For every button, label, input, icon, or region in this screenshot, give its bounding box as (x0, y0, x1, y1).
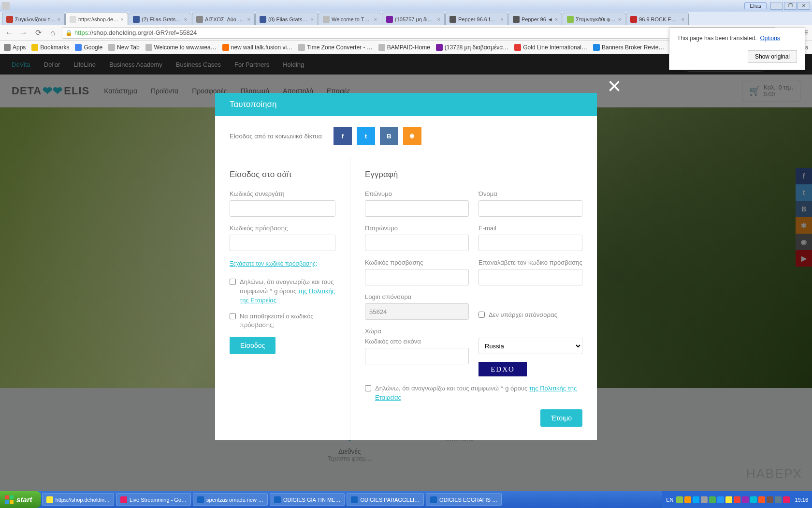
tab-close-icon[interactable]: × (311, 16, 314, 22)
tab-close-icon[interactable]: × (184, 16, 187, 22)
email-input[interactable] (478, 235, 582, 251)
bookmark-favicon (593, 44, 600, 51)
tab-close-icon[interactable]: × (121, 16, 124, 22)
register-agree-checkbox[interactable] (365, 385, 371, 391)
tab-label: Σταμναγκάθι φρ… (576, 16, 616, 22)
twitter-login-button[interactable]: t (357, 127, 375, 145)
browser-tab[interactable]: Welcome to THV…× (319, 13, 381, 25)
tray-lang[interactable]: EN (666, 497, 673, 503)
remember-checkbox[interactable] (230, 313, 236, 319)
taskbar-task[interactable]: https://shop.deholdin… (42, 493, 115, 506)
browser-tab[interactable]: ΑΙΣΧΟΣ! Δύο ρο…× (192, 13, 255, 25)
browser-tab[interactable]: Σταμναγκάθι φρ…× (563, 13, 625, 25)
tray-icon[interactable] (709, 496, 716, 503)
tray-icon[interactable] (758, 496, 765, 503)
tray-icon[interactable] (750, 496, 757, 503)
reg-password-input[interactable] (365, 269, 469, 285)
tab-close-icon[interactable]: × (555, 16, 558, 22)
forward-button[interactable]: → (18, 28, 29, 38)
forgot-password-link[interactable]: Ξεχάσατε τον κωδικό πρόσβασης; (230, 260, 317, 267)
bookmark-item[interactable]: Banners Broker Revie… (593, 44, 664, 51)
favicon (260, 16, 266, 23)
bookmark-item[interactable]: Gold Line International… (514, 44, 587, 51)
translate-options-link[interactable]: Options (760, 35, 780, 42)
bookmark-item[interactable]: Bookmarks (31, 44, 69, 51)
tray-icon[interactable] (725, 496, 732, 503)
surname-input[interactable] (365, 200, 469, 217)
facebook-login-button[interactable]: f (334, 127, 352, 145)
bookmark-item[interactable]: new wall talk.fusion vi… (222, 44, 292, 51)
login-agree-checkbox[interactable] (230, 279, 236, 285)
tray-icon[interactable] (783, 496, 790, 503)
name-input[interactable] (478, 200, 582, 217)
bookmark-item[interactable]: Apps (4, 44, 26, 51)
tab-close-icon[interactable]: × (618, 16, 621, 22)
bookmark-item[interactable]: New Tab (108, 44, 139, 51)
reg-password2-input[interactable] (478, 269, 582, 285)
tray-icon[interactable] (734, 496, 740, 503)
taskbar-task[interactable]: spentzas omada new … (193, 493, 268, 506)
browser-tab[interactable]: Pepper 96 ◄× (508, 13, 562, 25)
browser-tab[interactable]: (8) Elias Gratsias…× (255, 13, 318, 25)
ok-login-button[interactable]: ✱ (403, 127, 421, 145)
window-close[interactable]: ✕ (798, 2, 810, 10)
partner-code-input[interactable] (230, 200, 335, 217)
browser-tab[interactable]: 96.9 ROCK FM -…× (626, 13, 689, 25)
tab-label: Pepper 96.6 fm … (458, 16, 499, 22)
tray-icon[interactable] (717, 496, 724, 503)
taskbar-task[interactable]: Live Streamming - Go… (116, 493, 191, 506)
tab-close-icon[interactable]: × (437, 16, 440, 22)
browser-tab[interactable]: Συγκλονίζουν τα…× (2, 13, 65, 25)
browser-tab[interactable]: Pepper 96.6 fm …× (445, 13, 508, 25)
browser-tab[interactable]: https://shop.del…× (65, 13, 128, 25)
bookmark-item[interactable]: Time Zone Converter - … (298, 44, 373, 51)
sponsor-input[interactable] (365, 303, 469, 320)
vk-login-button[interactable]: B (380, 127, 398, 145)
social-login-row: Είσοδος από τα κοινωνικά δίκτυα f t B ✱ (215, 116, 597, 156)
task-icon (120, 496, 127, 503)
taskbar-task[interactable]: ODIGIES EGGRAFIS … (426, 493, 502, 506)
browser-tab[interactable]: (105757 μη διαβ…× (382, 13, 445, 25)
start-button[interactable]: start (0, 491, 41, 508)
tray-icon[interactable] (693, 496, 699, 503)
favicon (567, 16, 574, 23)
tray-icon[interactable] (775, 496, 782, 503)
show-original-button[interactable]: Show original (748, 50, 797, 63)
bookmark-item[interactable]: BAMPAID-Home (378, 44, 430, 51)
reload-button[interactable]: ⟳ (33, 28, 44, 38)
window-minimize[interactable]: _ (770, 2, 783, 10)
login-password-input[interactable] (230, 235, 335, 251)
country-select[interactable]: Russia (478, 338, 582, 354)
taskbar-task[interactable]: ODIGIES GIA TIN ME… (270, 493, 345, 506)
patronymic-input[interactable] (365, 235, 469, 251)
taskbar-task[interactable]: ODIGIES PARAGGELI… (347, 493, 424, 506)
bookmark-favicon (436, 44, 443, 51)
tray-icon[interactable] (701, 496, 708, 503)
no-sponsor-checkbox[interactable] (478, 312, 485, 318)
browser-tab[interactable]: (2) Elias Gratsias…× (129, 13, 191, 25)
register-submit-button[interactable]: Έτοιμο (540, 409, 582, 427)
tab-label: Pepper 96 ◄ (522, 16, 553, 22)
captcha-input[interactable] (365, 348, 469, 364)
login-submit-button[interactable]: Είσοδος (230, 337, 276, 354)
window-maximize[interactable]: ❐ (784, 2, 797, 10)
modal-close-icon[interactable]: × (608, 73, 621, 99)
tray-icon[interactable] (742, 496, 749, 503)
bookmark-item[interactable]: (13728 μη διαβασμένα… (436, 44, 508, 51)
tab-close-icon[interactable]: × (682, 16, 684, 22)
tray-clock[interactable]: 19:16 (795, 497, 808, 503)
bookmark-favicon (514, 44, 521, 51)
chrome-user-button[interactable]: Elias (744, 2, 767, 9)
back-button[interactable]: ← (4, 28, 14, 38)
home-button[interactable]: ⌂ (47, 28, 58, 38)
tray-icon[interactable] (684, 496, 691, 503)
bookmark-item[interactable]: Google (75, 44, 102, 51)
tray-icon[interactable] (676, 496, 683, 503)
tab-close-icon[interactable]: × (247, 16, 250, 22)
favicon (386, 16, 393, 23)
tab-close-icon[interactable]: × (501, 16, 504, 22)
tab-close-icon[interactable]: × (374, 16, 377, 22)
bookmark-item[interactable]: Welcome to www.wea… (145, 44, 217, 51)
tab-close-icon[interactable]: × (58, 16, 60, 22)
tray-icon[interactable] (767, 496, 773, 503)
